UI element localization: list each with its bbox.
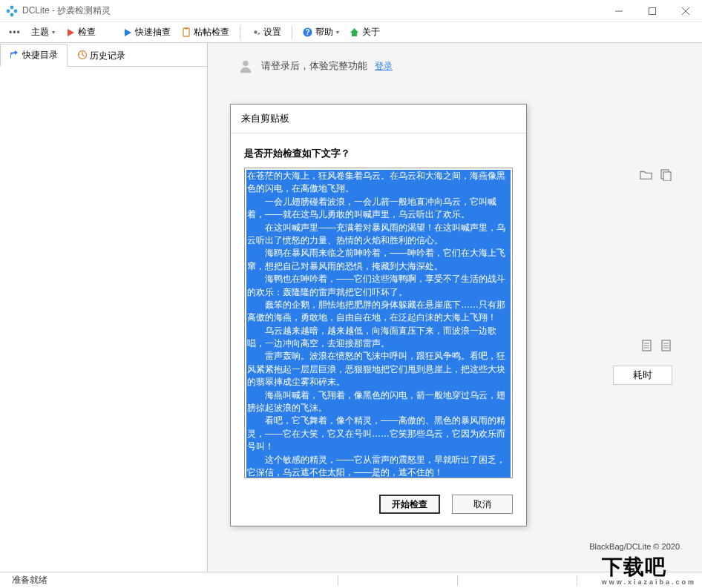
about-label: 关于 (362, 26, 380, 39)
about-button[interactable]: 关于 (345, 24, 384, 41)
login-link[interactable]: 登录 (375, 60, 393, 73)
help-label: 帮助 (315, 26, 333, 39)
clipboard-icon (181, 27, 191, 38)
clipboard-dialog: 来自剪贴板 是否开始检查如下文字？ 在苍茫的大海上，狂风卷集着乌云。在乌云和大海… (230, 104, 527, 526)
status-ready: 准备就绪 (6, 574, 53, 587)
minimize-button[interactable] (602, 0, 635, 22)
help-button[interactable]: ?帮助▾ (298, 24, 344, 41)
time-label: 耗时 (633, 369, 652, 382)
history-icon (77, 50, 87, 62)
tab-quick-dir[interactable]: 快捷目录 (0, 44, 68, 67)
svg-point-2 (14, 9, 18, 13)
dialog-title: 来自剪贴板 (231, 105, 526, 133)
tab-history[interactable]: 历史记录 (68, 44, 135, 67)
svg-rect-11 (185, 27, 188, 30)
svg-text:?: ? (306, 28, 310, 36)
settings-button[interactable]: 设置 (246, 24, 286, 41)
svg-point-16 (243, 61, 248, 66)
svg-point-1 (7, 9, 10, 13)
tab-history-label: 历史记录 (90, 50, 125, 62)
dialog-text-area[interactable]: 在苍茫的大海上，狂风卷集着乌云。在乌云和大海之间，海燕像黑色的闪电，在高傲地飞翔… (244, 168, 513, 478)
paste-check-button[interactable]: 粘帖检查 (177, 24, 234, 41)
start-check-button[interactable]: 开始检查 (379, 495, 440, 514)
login-prompt-text: 请登录后，体验完整功能 (261, 59, 367, 73)
home-icon (350, 27, 360, 38)
cancel-button[interactable]: 取消 (452, 495, 513, 514)
close-button[interactable] (669, 0, 702, 22)
svg-rect-18 (663, 172, 671, 181)
titlebar: DCLite - 抄袭检测精灵 (0, 0, 702, 22)
svg-marker-8 (68, 29, 74, 36)
help-icon: ? (303, 27, 313, 38)
document-icon[interactable] (641, 340, 653, 354)
play-icon (122, 27, 133, 38)
check-button[interactable]: 检查 (61, 24, 100, 41)
toolbar-separator (240, 26, 240, 39)
app-logo-icon (6, 5, 18, 17)
dialog-button-row: 开始检查 取消 (231, 486, 526, 526)
theme-label: 主题 (31, 26, 49, 39)
quick-draw-button[interactable]: 快速抽查 (118, 24, 175, 41)
ellipsis-button[interactable]: ••• (4, 25, 25, 40)
svg-rect-10 (183, 28, 189, 36)
toolbar: ••• 主题▾ 检查 快速抽查 粘帖检查 设置 ?帮助▾ 关于 (0, 22, 702, 43)
chevron-down-icon: ▾ (336, 29, 339, 36)
svg-rect-5 (649, 7, 655, 14)
quick-draw-label: 快速抽查 (135, 26, 171, 39)
settings-label: 设置 (263, 26, 281, 39)
footer-brand: BlackBag/DCLite © 2020 (589, 542, 680, 551)
login-prompt-row: 请登录后，体验完整功能 登录 (230, 58, 680, 74)
svg-marker-9 (125, 29, 131, 36)
gear-icon (251, 27, 261, 38)
dialog-heading: 是否开始检查如下文字？ (231, 133, 526, 168)
svg-point-3 (10, 13, 14, 16)
share-icon (10, 50, 19, 62)
maximize-button[interactable] (635, 0, 669, 22)
theme-button[interactable]: 主题▾ (27, 24, 59, 41)
folder-open-icon[interactable] (640, 169, 653, 183)
chevron-down-icon: ▾ (52, 29, 55, 36)
svg-point-0 (10, 5, 14, 9)
tab-quick-dir-label: 快捷目录 (22, 49, 58, 62)
dialog-selected-text: 在苍茫的大海上，狂风卷集着乌云。在乌云和大海之间，海燕像黑色的闪电，在高傲地飞翔… (246, 170, 511, 478)
window-title: DCLite - 抄袭检测精灵 (22, 4, 111, 17)
paste-check-label: 粘帖检查 (194, 26, 229, 39)
document-icon[interactable] (660, 340, 672, 354)
check-label: 检查 (78, 26, 96, 39)
play-icon (65, 27, 76, 38)
right-icon-group-1 (640, 169, 672, 183)
avatar-icon (237, 58, 254, 74)
sidebar-tabs: 快捷目录 历史记录 (0, 43, 207, 67)
statusbar: 准备就绪 (0, 572, 702, 588)
time-elapsed-box: 耗时 (613, 366, 672, 385)
sidebar: 快捷目录 历史记录 (0, 43, 208, 572)
right-icon-group-2 (641, 340, 672, 354)
copy-icon[interactable] (660, 169, 672, 183)
svg-marker-14 (350, 28, 358, 36)
toolbar-separator (292, 26, 292, 39)
